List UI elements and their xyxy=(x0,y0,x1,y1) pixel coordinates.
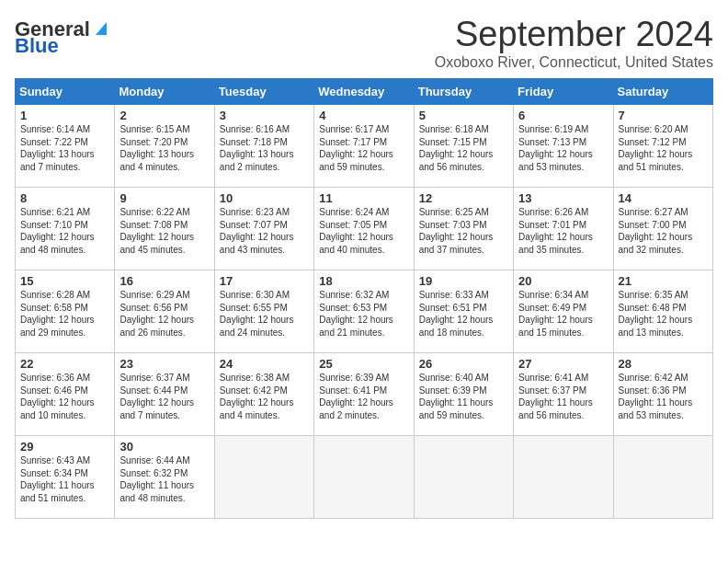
day-number: 3 xyxy=(220,109,309,122)
calendar-cell: 26Sunrise: 6:40 AMSunset: 6:39 PMDayligh… xyxy=(414,353,513,436)
day-info: Sunrise: 6:25 AMSunset: 7:03 PMDaylight:… xyxy=(419,206,508,256)
day-info: Sunrise: 6:34 AMSunset: 6:49 PMDaylight:… xyxy=(518,289,608,339)
column-header-wednesday: Wednesday xyxy=(314,79,414,105)
calendar-cell: 14Sunrise: 6:27 AMSunset: 7:00 PMDayligh… xyxy=(613,188,712,270)
day-info: Sunrise: 6:26 AMSunset: 7:01 PMDaylight:… xyxy=(518,206,608,256)
location-title: Oxoboxo River, Connecticut, United State… xyxy=(435,54,713,71)
day-info: Sunrise: 6:30 AMSunset: 6:55 PMDaylight:… xyxy=(220,289,309,339)
title-section: September 2024 Oxoboxo River, Connecticu… xyxy=(435,15,713,71)
day-number: 30 xyxy=(119,440,209,454)
month-title: September 2024 xyxy=(435,15,713,54)
page-header: General Blue September 2024 Oxoboxo Rive… xyxy=(15,15,713,71)
day-number: 19 xyxy=(419,274,508,288)
calendar-cell xyxy=(414,436,513,519)
day-info: Sunrise: 6:29 AMSunset: 6:56 PMDaylight:… xyxy=(119,289,209,339)
calendar-week-3: 15Sunrise: 6:28 AMSunset: 6:58 PMDayligh… xyxy=(16,270,713,353)
day-info: Sunrise: 6:36 AMSunset: 6:46 PMDaylight:… xyxy=(20,372,109,421)
day-number: 29 xyxy=(20,440,109,454)
calendar-cell: 5Sunrise: 6:18 AMSunset: 7:15 PMDaylight… xyxy=(414,105,513,188)
calendar-cell: 7Sunrise: 6:20 AMSunset: 7:12 PMDaylight… xyxy=(613,105,712,188)
day-number: 9 xyxy=(119,191,209,205)
day-info: Sunrise: 6:40 AMSunset: 6:39 PMDaylight:… xyxy=(419,372,508,421)
day-number: 23 xyxy=(119,357,209,371)
day-info: Sunrise: 6:37 AMSunset: 6:44 PMDaylight:… xyxy=(119,372,209,421)
day-info: Sunrise: 6:15 AMSunset: 7:20 PMDaylight:… xyxy=(119,123,209,173)
calendar-cell: 18Sunrise: 6:32 AMSunset: 6:53 PMDayligh… xyxy=(314,270,414,353)
day-number: 26 xyxy=(419,357,508,371)
day-number: 28 xyxy=(619,357,708,371)
day-number: 16 xyxy=(119,274,209,288)
day-info: Sunrise: 6:33 AMSunset: 6:51 PMDaylight:… xyxy=(419,289,508,339)
day-number: 8 xyxy=(20,191,109,205)
calendar-cell: 24Sunrise: 6:38 AMSunset: 6:42 PMDayligh… xyxy=(214,353,313,436)
calendar-cell: 20Sunrise: 6:34 AMSunset: 6:49 PMDayligh… xyxy=(514,270,613,353)
calendar-cell: 6Sunrise: 6:19 AMSunset: 7:13 PMDaylight… xyxy=(514,105,613,188)
calendar-cell: 1Sunrise: 6:14 AMSunset: 7:22 PMDaylight… xyxy=(16,105,115,188)
day-number: 13 xyxy=(518,191,608,205)
day-info: Sunrise: 6:16 AMSunset: 7:18 PMDaylight:… xyxy=(220,123,309,173)
calendar-cell: 27Sunrise: 6:41 AMSunset: 6:37 PMDayligh… xyxy=(514,353,613,436)
calendar-cell: 19Sunrise: 6:33 AMSunset: 6:51 PMDayligh… xyxy=(414,270,513,353)
calendar-week-2: 8Sunrise: 6:21 AMSunset: 7:10 PMDaylight… xyxy=(16,188,713,270)
calendar-cell: 16Sunrise: 6:29 AMSunset: 6:56 PMDayligh… xyxy=(115,270,214,353)
day-number: 7 xyxy=(619,109,708,122)
day-number: 1 xyxy=(20,109,109,122)
day-info: Sunrise: 6:42 AMSunset: 6:36 PMDaylight:… xyxy=(619,372,708,421)
calendar-cell: 13Sunrise: 6:26 AMSunset: 7:01 PMDayligh… xyxy=(514,188,613,270)
calendar-week-4: 22Sunrise: 6:36 AMSunset: 6:46 PMDayligh… xyxy=(16,353,713,436)
day-info: Sunrise: 6:21 AMSunset: 7:10 PMDaylight:… xyxy=(20,206,109,256)
day-number: 2 xyxy=(119,109,209,122)
calendar-cell: 2Sunrise: 6:15 AMSunset: 7:20 PMDaylight… xyxy=(115,105,214,188)
day-number: 14 xyxy=(619,191,708,205)
day-number: 15 xyxy=(20,274,109,288)
calendar-cell: 9Sunrise: 6:22 AMSunset: 7:08 PMDaylight… xyxy=(115,188,214,270)
logo-blue-text: Blue xyxy=(15,34,59,57)
calendar-week-1: 1Sunrise: 6:14 AMSunset: 7:22 PMDaylight… xyxy=(16,105,713,188)
day-info: Sunrise: 6:19 AMSunset: 7:13 PMDaylight:… xyxy=(518,123,608,173)
day-number: 11 xyxy=(319,191,408,205)
column-header-thursday: Thursday xyxy=(414,79,513,105)
calendar-cell: 30Sunrise: 6:44 AMSunset: 6:32 PMDayligh… xyxy=(115,436,214,519)
calendar-cell: 10Sunrise: 6:23 AMSunset: 7:07 PMDayligh… xyxy=(214,188,313,270)
day-info: Sunrise: 6:22 AMSunset: 7:08 PMDaylight:… xyxy=(119,206,209,256)
day-info: Sunrise: 6:20 AMSunset: 7:12 PMDaylight:… xyxy=(619,123,708,173)
calendar-cell: 25Sunrise: 6:39 AMSunset: 6:41 PMDayligh… xyxy=(314,353,414,436)
day-number: 6 xyxy=(518,109,608,122)
calendar-cell xyxy=(214,436,313,519)
calendar-cell: 28Sunrise: 6:42 AMSunset: 6:36 PMDayligh… xyxy=(613,353,712,436)
day-number: 27 xyxy=(518,357,608,371)
column-header-monday: Monday xyxy=(115,79,214,105)
calendar-cell: 29Sunrise: 6:43 AMSunset: 6:34 PMDayligh… xyxy=(16,436,115,519)
calendar-header-row: SundayMondayTuesdayWednesdayThursdayFrid… xyxy=(16,79,713,105)
day-number: 4 xyxy=(319,109,408,122)
day-number: 10 xyxy=(220,191,309,205)
day-info: Sunrise: 6:38 AMSunset: 6:42 PMDaylight:… xyxy=(220,372,309,421)
column-header-sunday: Sunday xyxy=(16,79,115,105)
day-number: 25 xyxy=(319,357,408,371)
calendar-cell xyxy=(613,436,712,519)
day-info: Sunrise: 6:14 AMSunset: 7:22 PMDaylight:… xyxy=(20,123,109,173)
day-info: Sunrise: 6:41 AMSunset: 6:37 PMDaylight:… xyxy=(518,372,608,421)
calendar-cell: 23Sunrise: 6:37 AMSunset: 6:44 PMDayligh… xyxy=(115,353,214,436)
day-info: Sunrise: 6:18 AMSunset: 7:15 PMDaylight:… xyxy=(419,123,508,173)
column-header-tuesday: Tuesday xyxy=(214,79,313,105)
calendar-cell xyxy=(514,436,613,519)
day-number: 20 xyxy=(518,274,608,288)
calendar-cell: 8Sunrise: 6:21 AMSunset: 7:10 PMDaylight… xyxy=(16,188,115,270)
day-info: Sunrise: 6:28 AMSunset: 6:58 PMDaylight:… xyxy=(20,289,109,339)
day-info: Sunrise: 6:17 AMSunset: 7:17 PMDaylight:… xyxy=(319,123,408,173)
day-info: Sunrise: 6:24 AMSunset: 7:05 PMDaylight:… xyxy=(319,206,408,256)
svg-marker-0 xyxy=(96,22,107,35)
day-number: 22 xyxy=(20,357,109,371)
day-number: 21 xyxy=(619,274,708,288)
day-info: Sunrise: 6:43 AMSunset: 6:34 PMDaylight:… xyxy=(20,454,109,504)
day-info: Sunrise: 6:32 AMSunset: 6:53 PMDaylight:… xyxy=(319,289,408,339)
day-info: Sunrise: 6:23 AMSunset: 7:07 PMDaylight:… xyxy=(220,206,309,256)
calendar-cell: 17Sunrise: 6:30 AMSunset: 6:55 PMDayligh… xyxy=(214,270,313,353)
column-header-saturday: Saturday xyxy=(613,79,712,105)
logo-arrow-icon xyxy=(92,18,110,37)
calendar-cell: 22Sunrise: 6:36 AMSunset: 6:46 PMDayligh… xyxy=(16,353,115,436)
day-info: Sunrise: 6:44 AMSunset: 6:32 PMDaylight:… xyxy=(119,454,209,504)
day-info: Sunrise: 6:27 AMSunset: 7:00 PMDaylight:… xyxy=(619,206,708,256)
calendar-table: SundayMondayTuesdayWednesdayThursdayFrid… xyxy=(15,78,713,519)
